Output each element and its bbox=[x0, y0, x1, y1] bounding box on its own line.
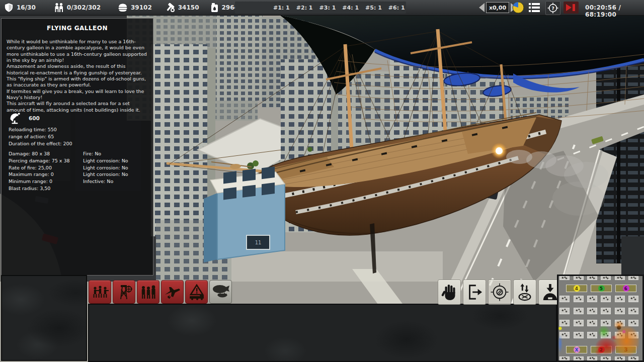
airstrike-icon bbox=[164, 284, 182, 301]
exit-icon bbox=[466, 283, 483, 302]
resource-value: 16/30 bbox=[17, 4, 36, 11]
panel-cost: 600 bbox=[9, 112, 40, 125]
zone-label: 3 bbox=[623, 346, 629, 353]
toolbar-squad-button[interactable] bbox=[89, 280, 111, 304]
minimap-block bbox=[615, 320, 625, 326]
panel-description: While it would be unthinkable for many t… bbox=[7, 39, 148, 113]
pie-chart-icon[interactable] bbox=[512, 2, 524, 14]
satellite-icon bbox=[9, 112, 22, 125]
resource-defense: 16/30 bbox=[4, 3, 36, 13]
minimap-block bbox=[628, 276, 638, 280]
resource-materials: 34150 bbox=[165, 3, 199, 13]
unit-toolbar bbox=[89, 280, 232, 304]
altitude-button[interactable] bbox=[513, 280, 536, 305]
minimap-zone-4: 4 bbox=[566, 285, 587, 292]
stat-line: Light corrosion: No bbox=[83, 171, 148, 178]
minimap[interactable]: 4 5 6 X 2 3 bbox=[557, 275, 644, 362]
exit-button[interactable] bbox=[463, 280, 486, 305]
watchtower-target-icon bbox=[115, 284, 133, 301]
minimap-block bbox=[615, 296, 625, 302]
cost-value: 600 bbox=[29, 115, 40, 121]
minimap-block bbox=[628, 356, 638, 360]
speed-down-arrow[interactable] bbox=[479, 3, 485, 12]
play-pause-icon[interactable] bbox=[564, 2, 579, 14]
minimap-block bbox=[628, 296, 638, 302]
minimap-block bbox=[587, 296, 597, 302]
panel-stats-general: Reloading time: 550 range of action: 65 … bbox=[9, 126, 72, 147]
zone-label: 5 bbox=[598, 285, 605, 292]
action-buttons bbox=[438, 280, 561, 305]
zone-label: 4 bbox=[574, 285, 580, 292]
stop-hand-icon bbox=[441, 283, 458, 302]
minimap-block bbox=[628, 320, 638, 326]
altitude-icon bbox=[516, 283, 533, 302]
target-area-icon bbox=[491, 283, 509, 302]
people-icon bbox=[54, 3, 64, 13]
list-icon[interactable] bbox=[528, 2, 540, 13]
stat-line: Piercing damage: 75 x 38 bbox=[9, 157, 74, 164]
minimap-zone-6: 6 bbox=[615, 285, 636, 292]
resource-population: 0/302/302 bbox=[54, 3, 101, 13]
minimap-block bbox=[559, 308, 570, 314]
squad-5[interactable]: #5: 1 bbox=[365, 5, 382, 11]
minimap-block bbox=[559, 332, 570, 338]
resource-value: 39102 bbox=[131, 4, 152, 11]
panel-stats-columns: Damage: 80 x 38 Piercing damage: 75 x 38… bbox=[9, 150, 148, 192]
minimap-block bbox=[628, 308, 638, 314]
stat-line: Light corrosion: No bbox=[83, 164, 148, 171]
minimap-block bbox=[615, 356, 625, 360]
toolbar-flying-galleon-button[interactable] bbox=[209, 280, 232, 304]
minimap-block bbox=[587, 332, 597, 338]
minimap-block bbox=[559, 276, 570, 280]
squad-6[interactable]: #6: 1 bbox=[388, 5, 405, 11]
game-clock: 00:20:56 / 68:19:00 bbox=[585, 4, 644, 18]
minimap-block bbox=[601, 308, 611, 314]
minimap-block bbox=[587, 356, 597, 360]
resource-value: 34150 bbox=[178, 4, 199, 11]
minimap-block bbox=[601, 332, 611, 338]
speed-value[interactable]: x0,00 bbox=[486, 2, 509, 13]
minimap-block bbox=[574, 276, 584, 280]
toolbar-watchtower-button[interactable] bbox=[113, 280, 135, 304]
resource-value: 0/302/302 bbox=[67, 4, 101, 11]
squad-3[interactable]: #3: 1 bbox=[319, 5, 336, 11]
stop-button[interactable] bbox=[438, 280, 461, 305]
minimap-block bbox=[587, 276, 597, 280]
toolbar-hazard-convoy-button[interactable] bbox=[185, 280, 208, 304]
minimap-block bbox=[559, 320, 570, 326]
minimap-zone-x: X bbox=[566, 346, 587, 353]
toolbar-heavy-squad-button[interactable] bbox=[137, 280, 159, 304]
toolbar-airstrike-button[interactable] bbox=[161, 280, 184, 304]
tools-icon bbox=[165, 3, 175, 13]
target-area-button[interactable] bbox=[488, 280, 511, 305]
squad-4[interactable]: #4: 1 bbox=[342, 5, 359, 11]
building-sign: 11 bbox=[255, 240, 262, 245]
stat-line: Blast radius: 3,50 bbox=[9, 185, 74, 192]
zone-label: 6 bbox=[623, 285, 629, 292]
fuel-icon bbox=[210, 3, 219, 13]
stat-line: Infective: No bbox=[83, 178, 148, 185]
stat-line: Reloading time: 550 bbox=[9, 126, 72, 133]
minimap-block bbox=[587, 320, 597, 326]
minimap-block bbox=[559, 356, 570, 360]
squad-2[interactable]: #2: 1 bbox=[296, 5, 313, 11]
shield-icon bbox=[4, 3, 14, 13]
bottom-center-panel bbox=[88, 304, 557, 362]
stat-line: Minimum range: 0 bbox=[9, 178, 74, 185]
blue-building: 11 bbox=[204, 166, 285, 262]
zone-label: 2 bbox=[598, 346, 605, 353]
minimap-block bbox=[587, 308, 597, 314]
svg-text:?: ? bbox=[551, 6, 554, 11]
stat-line: Fire: No bbox=[83, 150, 148, 157]
minimap-block bbox=[559, 296, 570, 302]
stat-line: Maximum range: 0 bbox=[9, 171, 74, 178]
minimap-zone-2: 2 bbox=[591, 346, 612, 353]
info-panel: FLYING GALLEON While it would be unthink… bbox=[1, 18, 153, 276]
minimap-zone-3: 3 bbox=[615, 346, 636, 353]
minimap-block bbox=[601, 356, 611, 360]
squad-1[interactable]: #1: 1 bbox=[273, 5, 290, 11]
minimap-block bbox=[628, 332, 638, 338]
squad-bar: #1: 1 #2: 1 #3: 1 #4: 1 #5: 1 #6: 1 bbox=[235, 2, 406, 14]
crosshair-help-icon[interactable]: ? bbox=[545, 1, 560, 15]
heavy-squad-icon bbox=[139, 284, 157, 301]
